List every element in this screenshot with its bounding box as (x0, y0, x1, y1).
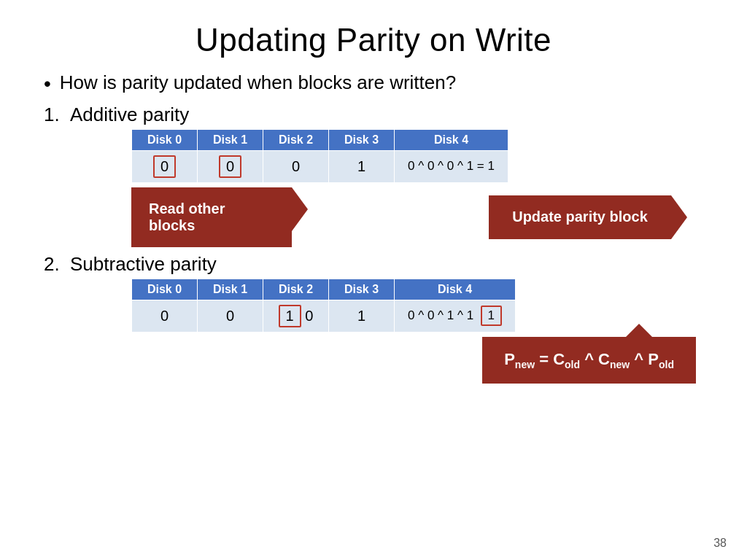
table2-cell-disk3: 1 (329, 300, 395, 332)
section1-number: 1. (44, 104, 70, 126)
disk-table-2: Disk 0 Disk 1 Disk 2 Disk 3 Disk 4 0 0 1… (131, 279, 516, 332)
section2-label: Subtractive parity (70, 253, 217, 276)
table2-header-disk2: Disk 2 (263, 279, 329, 300)
table1-cell-disk0: 0 (132, 150, 198, 182)
formula-text: Pnew = Cold ^ Cnew ^ Pold (504, 350, 674, 368)
table1-cell-disk4: 0 ^ 0 ^ 0 ^ 1 = 1 (395, 150, 508, 182)
table1-header-disk4: Disk 4 (395, 129, 508, 150)
table1-header-disk1: Disk 1 (198, 129, 263, 150)
table2-header-disk3: Disk 3 (329, 279, 395, 300)
table2-cell-disk0: 0 (132, 300, 198, 332)
table1-cell-disk2: 0 (263, 150, 329, 182)
table2-header-disk0: Disk 0 (132, 279, 198, 300)
table1-boxed-disk1: 0 (219, 155, 241, 178)
table1-header-disk2: Disk 2 (263, 129, 329, 150)
table1-header-disk3: Disk 3 (329, 129, 395, 150)
banner-formula: Pnew = Cold ^ Cnew ^ Pold (482, 337, 696, 384)
table2-wrap: Disk 0 Disk 1 Disk 2 Disk 3 Disk 4 0 0 1… (131, 279, 703, 332)
table1-wrap: Disk 0 Disk 1 Disk 2 Disk 3 Disk 4 0 0 0… (131, 129, 703, 183)
section1-header: 1. Additive parity (44, 104, 703, 126)
table1-cell-disk1: 0 (198, 150, 263, 182)
banner-update-parity-block: Update parity block (489, 195, 671, 239)
bullet-dot: • (44, 71, 51, 96)
table1-cell-disk3: 1 (329, 150, 395, 182)
bullet-text: How is parity updated when blocks are wr… (60, 71, 456, 94)
table2-boxed-disk4: 1 (481, 306, 502, 326)
section2-header: 2. Subtractive parity (44, 253, 703, 276)
table2-cell-disk1: 0 (198, 300, 263, 332)
table2-boxed-disk2-new: 1 (279, 305, 301, 327)
arrow-row-1: Read other blocks Update parity block (131, 187, 703, 247)
table1-header-disk0: Disk 0 (132, 129, 198, 150)
section2-number: 2. (44, 253, 70, 276)
section2-wrap: 2. Subtractive parity Disk 0 Disk 1 Disk… (44, 253, 703, 384)
bottom-arrow-wrap: Pnew = Cold ^ Cnew ^ Pold (131, 337, 703, 384)
table1-boxed-disk0: 0 (153, 155, 176, 178)
table2-header-disk4: Disk 4 (395, 279, 516, 300)
slide: Updating Parity on Write • How is parity… (0, 0, 747, 560)
banner-read-other-blocks: Read other blocks (131, 187, 292, 247)
bullet-point: • How is parity updated when blocks are … (44, 71, 703, 96)
table2-cell-disk4: 0 ^ 0 ^ 1 ^ 1 1 (395, 300, 516, 332)
section1-label: Additive parity (70, 104, 189, 126)
slide-number: 38 (713, 537, 727, 550)
table2-header-disk1: Disk 1 (198, 279, 263, 300)
slide-title: Updating Parity on Write (44, 22, 703, 58)
table2-cell-disk2: 1 0 (263, 300, 329, 332)
disk-table-1: Disk 0 Disk 1 Disk 2 Disk 3 Disk 4 0 0 0… (131, 129, 508, 183)
